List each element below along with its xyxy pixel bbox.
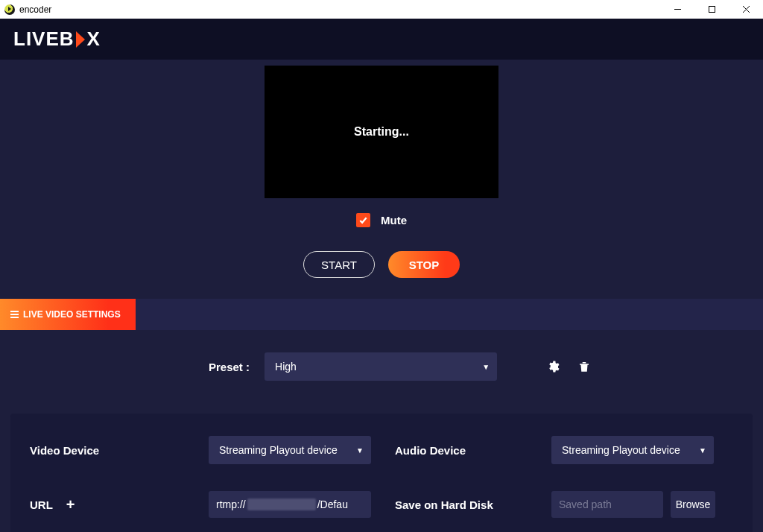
app-icon [4, 4, 15, 15]
url-input[interactable]: rtmp:// /Defau [209, 491, 371, 518]
window-title: encoder [19, 4, 51, 15]
url-label-row: URL + [22, 497, 209, 512]
settings-tab-bar: LIVE VIDEO SETTINGS [0, 299, 763, 330]
mute-checkbox[interactable] [356, 213, 370, 227]
video-preview: Starting... [265, 66, 498, 198]
window-close-button[interactable] [729, 0, 763, 19]
preset-settings-button[interactable] [545, 358, 561, 375]
mute-label: Mute [381, 214, 407, 227]
logo-text-right: X [87, 28, 101, 51]
video-device-label: Video Device [22, 444, 209, 457]
settings-tab-label: LIVE VIDEO SETTINGS [23, 309, 121, 320]
start-button[interactable]: START [303, 251, 375, 278]
add-url-button[interactable]: + [66, 497, 75, 512]
chevron-down-icon: ▼ [356, 446, 364, 455]
logo-chevron-icon [76, 31, 85, 48]
start-button-label: START [321, 259, 357, 271]
saved-path-placeholder: Saved path [559, 498, 612, 510]
preview-status-text: Starting... [354, 125, 409, 139]
url-redacted [247, 498, 316, 510]
gear-icon [546, 360, 560, 373]
video-device-select[interactable]: Streaming Playout device ▼ [209, 436, 371, 464]
audio-device-select[interactable]: Streaming Playout device ▼ [551, 436, 714, 464]
stop-button-label: STOP [409, 259, 440, 271]
preset-delete-button[interactable] [576, 358, 592, 375]
settings-list-icon [10, 311, 19, 318]
chevron-down-icon: ▼ [699, 446, 706, 455]
trash-icon [577, 360, 591, 373]
audio-device-value: Streaming Playout device [562, 444, 680, 456]
app-logo: LIVEB X [13, 28, 101, 51]
preset-label: Preset : [209, 361, 250, 373]
window-maximize-button[interactable] [694, 0, 729, 19]
logo-text-left: LIVEB [13, 28, 75, 51]
url-prefix: rtmp:// [216, 498, 246, 510]
save-on-disk-label: Save on Hard Disk [373, 498, 551, 511]
logo-bar: LIVEB X [0, 19, 763, 60]
preset-select-value: High [275, 361, 297, 373]
browse-button[interactable]: Browse [671, 491, 715, 518]
window-minimize-button[interactable] [660, 0, 694, 19]
saved-path-input[interactable]: Saved path [551, 491, 663, 518]
url-suffix: /Defau [317, 498, 348, 510]
window-titlebar: encoder [0, 0, 763, 19]
browse-button-label: Browse [676, 498, 711, 510]
device-settings-panel: Video Device Streaming Playout device ▼ … [10, 414, 753, 532]
chevron-down-icon: ▼ [482, 363, 490, 371]
audio-device-label: Audio Device [373, 444, 551, 457]
stop-button[interactable]: STOP [388, 251, 460, 278]
video-device-value: Streaming Playout device [219, 444, 338, 456]
svg-rect-1 [709, 7, 715, 13]
url-label: URL [30, 498, 53, 511]
preset-select[interactable]: High ▼ [265, 352, 497, 381]
live-video-settings-tab[interactable]: LIVE VIDEO SETTINGS [0, 299, 136, 330]
